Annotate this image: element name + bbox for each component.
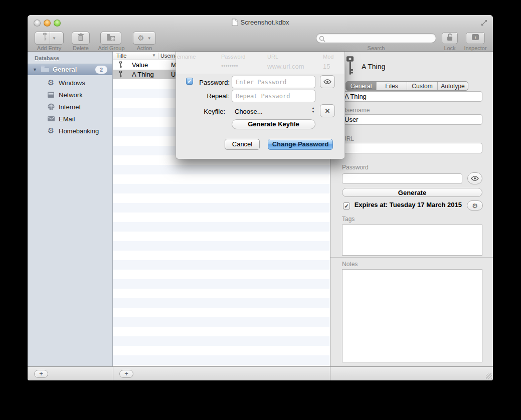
inspector-panel: A Thing General Files Custom Autotype Us…: [330, 52, 493, 366]
resize-grip[interactable]: [486, 373, 492, 379]
server-icon: [47, 91, 55, 99]
delete-button[interactable]: [72, 32, 90, 45]
inspector-tabs: General Files Custom Autotype: [345, 81, 468, 91]
sidebar-item-homebanking[interactable]: ⚙ Homebanking: [28, 125, 112, 137]
folder-plus-icon: [106, 34, 115, 43]
gear-icon: ⚙: [472, 202, 478, 209]
cancel-button[interactable]: Cancel: [225, 139, 260, 150]
sidebar-item-internet[interactable]: Internet: [28, 101, 112, 113]
window-title: Screenshot.kdbx: [241, 19, 289, 26]
window-chrome: Screenshot.kdbx ▼ Add Entry Delete: [28, 15, 493, 52]
ghost-password-value: ••••••••: [221, 63, 238, 70]
key-icon: [118, 71, 123, 80]
sidebar-item-label: Network: [59, 91, 83, 99]
inspector-label: Inspector: [459, 45, 492, 51]
stepper-icon[interactable]: ▲ ▼: [311, 106, 315, 113]
key-icon: [118, 61, 123, 70]
notes-label: Notes: [342, 261, 358, 268]
inspector-button[interactable]: i: [466, 32, 485, 44]
tab-autotype[interactable]: Autotype: [438, 82, 468, 90]
desktop-background: Screenshot.kdbx ▼ Add Entry Delete: [0, 0, 521, 420]
search-input[interactable]: [316, 33, 436, 43]
sheet-repeat-label: Repeat:: [195, 92, 230, 100]
generate-keyfile-button[interactable]: Generate Keyfile: [232, 119, 315, 129]
add-entry-footer-button[interactable]: +: [119, 370, 133, 378]
sheet-password-label: Password:: [195, 79, 230, 86]
gear-icon: ⚙: [47, 127, 55, 135]
password-field[interactable]: [342, 173, 462, 184]
gear-icon: ⚙: [137, 34, 144, 43]
footer-divider: [330, 367, 330, 380]
title-field[interactable]: [341, 91, 482, 102]
app-window: Screenshot.kdbx ▼ Add Entry Delete: [28, 15, 493, 380]
sidebar-item-label: EMail: [59, 115, 75, 123]
url-field[interactable]: [341, 143, 482, 153]
generate-password-button[interactable]: Generate: [342, 188, 482, 197]
sidebar-group-general[interactable]: ▼ General 2: [28, 64, 112, 75]
ghost-mod-value: 15: [323, 63, 330, 70]
sidebar-item-network[interactable]: Network: [28, 89, 112, 101]
expires-checkbox[interactable]: ✓: [343, 202, 350, 209]
tags-label: Tags: [342, 216, 355, 223]
close-icon: ✕: [325, 107, 330, 115]
key-icon: [42, 33, 48, 44]
keyfile-popup[interactable]: Choose...: [235, 108, 263, 115]
envelope-icon: [47, 115, 55, 123]
sort-indicator-icon: ▼: [152, 53, 156, 58]
action-button[interactable]: ⚙ ▼: [133, 32, 156, 45]
sheet-ghost-overlay: ername Password URL Mod •••••••• www.url…: [176, 52, 344, 74]
expires-label: Expires at: Tuesday 17 March 2015: [355, 201, 462, 208]
tab-custom[interactable]: Custom: [407, 82, 438, 90]
clear-keyfile-button[interactable]: ✕: [320, 104, 335, 117]
username-label: Username: [342, 107, 370, 114]
fullscreen-icon[interactable]: [480, 19, 488, 29]
folder-icon: [41, 65, 50, 74]
tab-files[interactable]: Files: [377, 82, 407, 90]
sidebar: Database ▼ General 2 ⚙ Windows Network: [28, 52, 113, 366]
ghost-password-header: Password: [221, 54, 245, 60]
sidebar-item-email[interactable]: EMail: [28, 113, 112, 125]
add-group-label: Add Group: [94, 45, 129, 51]
trash-icon: [77, 33, 84, 44]
eye-icon: [471, 174, 479, 183]
column-header-title[interactable]: Title: [116, 53, 126, 59]
action-label: Action: [133, 45, 156, 51]
expires-settings-button[interactable]: ⚙: [467, 200, 483, 211]
sheet-repeat-input[interactable]: [232, 90, 315, 102]
notes-field[interactable]: [342, 269, 482, 362]
password-label: Password: [342, 164, 369, 171]
add-group-button[interactable]: [100, 32, 121, 45]
sheet-show-password-button[interactable]: [320, 75, 335, 88]
footer-bar: + +: [28, 366, 493, 380]
sidebar-item-windows[interactable]: ⚙ Windows: [28, 77, 112, 89]
document-icon[interactable]: [232, 19, 238, 28]
add-group-footer-button[interactable]: +: [34, 370, 48, 378]
column-divider[interactable]: [158, 53, 158, 59]
tags-field[interactable]: [342, 225, 482, 256]
key-icon: [344, 56, 356, 78]
sidebar-group-badge: 2: [95, 66, 107, 74]
tab-general[interactable]: General: [346, 82, 377, 90]
sidebar-item-label: Internet: [59, 103, 81, 111]
info-icon: i: [471, 34, 479, 43]
sidebar-section-header: Database: [35, 55, 59, 61]
sidebar-group-label: General: [53, 66, 77, 73]
lock-button[interactable]: [442, 32, 458, 44]
ghost-url-header: URL: [267, 54, 278, 60]
change-password-button[interactable]: Change Password: [268, 139, 333, 150]
gear-icon: ⚙: [47, 79, 55, 87]
search-label: Search: [316, 45, 436, 51]
disclosure-triangle-icon[interactable]: ▼: [33, 67, 37, 72]
eye-icon: [323, 78, 331, 86]
password-enabled-checkbox[interactable]: ✓: [186, 78, 193, 85]
add-entry-label: Add Entry: [31, 45, 68, 51]
sheet-keyfile-label: Keyfile:: [190, 108, 225, 115]
globe-icon: [47, 103, 55, 111]
add-entry-button[interactable]: ▼: [35, 32, 64, 45]
username-field[interactable]: [341, 114, 482, 125]
show-password-button[interactable]: [467, 172, 482, 184]
sheet-password-input[interactable]: [232, 76, 315, 88]
ghost-url-value: www.url.com: [267, 63, 304, 70]
entry-title: Value: [132, 61, 148, 69]
sidebar-item-label: Windows: [59, 79, 85, 87]
